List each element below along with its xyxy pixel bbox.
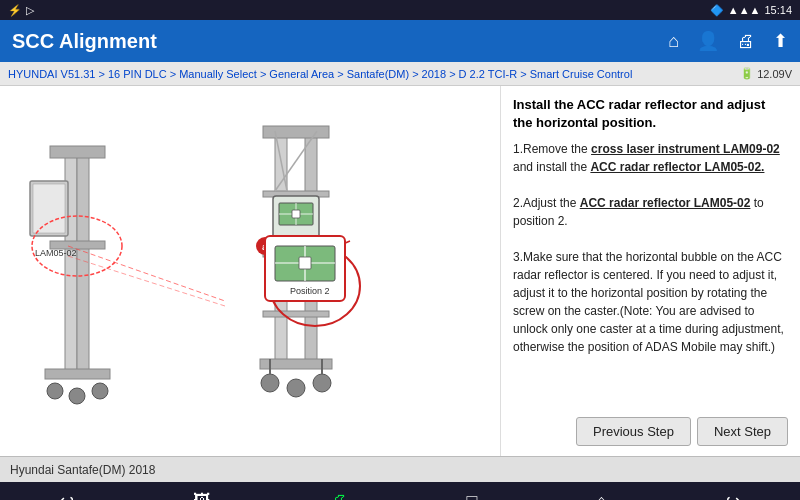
image-icon[interactable]: 🖼 <box>193 491 211 501</box>
print-icon[interactable]: 🖨 <box>737 31 755 52</box>
step2-part1: ACC radar reflector LAM05-02 <box>580 196 751 210</box>
left-stand: LAM05-02 <box>30 146 225 404</box>
svg-point-5 <box>47 383 63 399</box>
header: SCC Alignment ⌂ 👤 🖨 ⬆ <box>0 20 800 62</box>
text-panel: Install the ACC radar reflector and adju… <box>500 86 800 456</box>
breadcrumb-bar: HYUNDAI V51.31 > 16 PIN DLC > Manually S… <box>0 62 800 86</box>
header-icons: ⌂ 👤 🖨 ⬆ <box>668 30 788 52</box>
home-nav-icon[interactable]: □ <box>466 491 477 501</box>
svg-rect-9 <box>33 184 65 233</box>
svg-point-23 <box>261 374 279 392</box>
instruction-title: Install the ACC radar reflector and adju… <box>513 96 788 132</box>
battery-icon: 🔷 <box>710 4 724 17</box>
back-icon[interactable]: ↩ <box>59 490 74 500</box>
step1-part2: ACC radar reflector LAM05-02. <box>590 160 764 174</box>
status-bar: ⚡ ▷ 🔷 ▲▲▲ 15:14 <box>0 0 800 20</box>
svg-rect-1 <box>77 151 89 371</box>
svg-line-11 <box>68 256 225 306</box>
breadcrumb-text: HYUNDAI V51.31 > 16 PIN DLC > Manually S… <box>8 68 632 80</box>
svg-rect-16 <box>263 126 329 138</box>
instruction-body: 1.Remove the cross laser instrument LAM0… <box>513 140 788 407</box>
svg-rect-19 <box>263 311 329 317</box>
svg-rect-4 <box>45 369 110 379</box>
wifi-icon: ▷ <box>26 4 34 17</box>
user-icon[interactable]: 👤 <box>697 30 719 52</box>
svg-point-25 <box>287 379 305 397</box>
detail-inset: Position 2 <box>265 236 345 301</box>
next-step-button[interactable]: Next Step <box>697 417 788 446</box>
bluetooth-icon: ⚡ <box>8 4 22 17</box>
status-bar-left: ⚡ ▷ <box>8 4 34 17</box>
svg-text:LAM05-02: LAM05-02 <box>35 248 77 258</box>
step1-part1: cross laser instrument LAM09-02 <box>591 142 780 156</box>
svg-point-7 <box>69 388 85 404</box>
step1-prefix: 1.Remove the <box>513 142 591 156</box>
svg-rect-2 <box>50 146 105 158</box>
circle-nav-icon[interactable]: ⌂ <box>596 491 607 501</box>
svg-rect-45 <box>299 257 311 269</box>
svg-text:Position 2: Position 2 <box>290 286 330 296</box>
svg-point-6 <box>92 383 108 399</box>
button-row: Previous Step Next Step <box>513 417 788 446</box>
svg-point-24 <box>313 374 331 392</box>
app-title: SCC Alignment <box>12 30 157 53</box>
return-nav-icon[interactable]: ↪ <box>726 490 741 500</box>
footer-bar: Hyundai Santafe(DM) 2018 <box>0 456 800 482</box>
time-display: 15:14 <box>764 4 792 16</box>
svg-line-10 <box>68 246 225 301</box>
voltage-badge: 🔋 12.09V <box>740 67 792 80</box>
previous-step-button[interactable]: Previous Step <box>576 417 691 446</box>
footer-text: Hyundai Santafe(DM) 2018 <box>10 463 155 477</box>
signal-icon: ▲▲▲ <box>728 4 761 16</box>
battery-small-icon: 🔋 <box>740 67 754 80</box>
alignment-diagram: LAM05-02 <box>5 91 495 451</box>
svg-rect-32 <box>292 210 300 218</box>
upload-icon[interactable]: ⬆ <box>773 30 788 52</box>
voltage-value: 12.09V <box>757 68 792 80</box>
status-bar-right: 🔷 ▲▲▲ 15:14 <box>710 4 792 17</box>
print-nav-icon[interactable]: 🖨 <box>330 491 348 501</box>
step2-prefix: 2.Adjust the <box>513 196 580 210</box>
main-content: LAM05-02 <box>0 86 800 456</box>
diagram-area: LAM05-02 <box>0 86 500 456</box>
step3-text: 3.Make sure that the horizontal bubble o… <box>513 250 784 354</box>
step1-mid: and install the <box>513 160 590 174</box>
home-icon[interactable]: ⌂ <box>668 31 679 52</box>
nav-bar: ↩ 🖼 🖨 □ ⌂ ↪ <box>0 482 800 500</box>
